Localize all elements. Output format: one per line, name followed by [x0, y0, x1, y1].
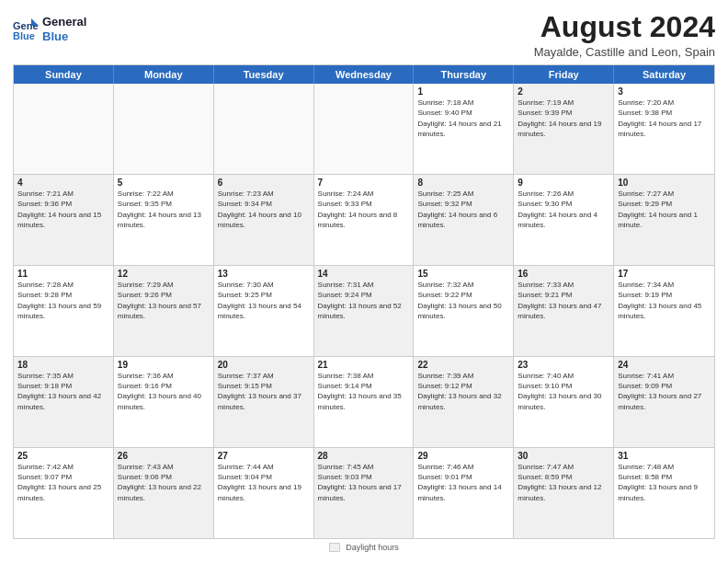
- cal-cell-1-1: 5Sunrise: 7:22 AMSunset: 9:35 PMDaylight…: [114, 175, 214, 265]
- legend-label: Daylight hours: [346, 543, 399, 552]
- day-num: 16: [518, 269, 609, 279]
- logo-text-line1: General: [42, 15, 86, 29]
- day-num: 19: [118, 360, 210, 370]
- cell-text: Sunrise: 7:36 AMSunset: 9:16 PMDaylight:…: [118, 371, 210, 412]
- dow-wednesday: Wednesday: [314, 65, 415, 84]
- dow-friday: Friday: [514, 65, 614, 84]
- cell-text: Sunrise: 7:39 AMSunset: 9:12 PMDaylight:…: [417, 371, 509, 412]
- cell-text: Sunrise: 7:45 AMSunset: 9:03 PMDaylight:…: [318, 462, 410, 503]
- logo-icon: General Blue: [13, 17, 39, 42]
- cal-cell-4-6: 31Sunrise: 7:48 AMSunset: 8:58 PMDayligh…: [614, 448, 714, 538]
- cell-text: Sunrise: 7:30 AMSunset: 9:25 PMDaylight:…: [218, 280, 310, 321]
- day-num: 17: [618, 269, 711, 279]
- cell-text: Sunrise: 7:44 AMSunset: 9:04 PMDaylight:…: [218, 462, 310, 503]
- day-num: 11: [17, 269, 109, 279]
- cell-text: Sunrise: 7:33 AMSunset: 9:21 PMDaylight:…: [518, 280, 609, 321]
- cal-cell-1-6: 10Sunrise: 7:27 AMSunset: 9:29 PMDayligh…: [614, 175, 714, 265]
- day-num: 15: [417, 269, 509, 279]
- cal-cell-0-6: 3Sunrise: 7:20 AMSunset: 9:38 PMDaylight…: [614, 84, 714, 174]
- cal-cell-4-4: 29Sunrise: 7:46 AMSunset: 9:01 PMDayligh…: [414, 448, 514, 538]
- dow-thursday: Thursday: [414, 65, 514, 84]
- cal-cell-4-0: 25Sunrise: 7:42 AMSunset: 9:07 PMDayligh…: [14, 448, 114, 538]
- cal-row-4: 25Sunrise: 7:42 AMSunset: 9:07 PMDayligh…: [14, 448, 714, 538]
- cal-cell-0-4: 1Sunrise: 7:18 AMSunset: 9:40 PMDaylight…: [414, 84, 514, 174]
- cal-row-0: 1Sunrise: 7:18 AMSunset: 9:40 PMDaylight…: [14, 84, 714, 175]
- cell-text: Sunrise: 7:27 AMSunset: 9:29 PMDaylight:…: [618, 189, 711, 230]
- cal-cell-4-3: 28Sunrise: 7:45 AMSunset: 9:03 PMDayligh…: [314, 448, 415, 538]
- calendar-body: 1Sunrise: 7:18 AMSunset: 9:40 PMDaylight…: [14, 84, 714, 538]
- day-num: 8: [417, 178, 509, 188]
- day-num: 14: [318, 269, 410, 279]
- cell-text: Sunrise: 7:19 AMSunset: 9:39 PMDaylight:…: [518, 98, 609, 139]
- dow-tuesday: Tuesday: [214, 65, 314, 84]
- cal-cell-3-2: 20Sunrise: 7:37 AMSunset: 9:15 PMDayligh…: [214, 357, 314, 447]
- cal-cell-2-1: 12Sunrise: 7:29 AMSunset: 9:26 PMDayligh…: [114, 266, 214, 356]
- cal-cell-0-1: [114, 84, 214, 174]
- day-num: 12: [118, 269, 210, 279]
- cal-cell-3-5: 23Sunrise: 7:40 AMSunset: 9:10 PMDayligh…: [514, 357, 614, 447]
- cell-text: Sunrise: 7:32 AMSunset: 9:22 PMDaylight:…: [417, 280, 509, 321]
- cell-text: Sunrise: 7:42 AMSunset: 9:07 PMDaylight:…: [17, 462, 109, 503]
- cell-text: Sunrise: 7:21 AMSunset: 9:36 PMDaylight:…: [17, 189, 109, 230]
- cal-cell-3-6: 24Sunrise: 7:41 AMSunset: 9:09 PMDayligh…: [614, 357, 714, 447]
- cal-cell-1-4: 8Sunrise: 7:25 AMSunset: 9:32 PMDaylight…: [414, 175, 514, 265]
- cal-cell-4-5: 30Sunrise: 7:47 AMSunset: 8:59 PMDayligh…: [514, 448, 614, 538]
- day-num: 29: [417, 451, 509, 461]
- cell-text: Sunrise: 7:25 AMSunset: 9:32 PMDaylight:…: [417, 189, 509, 230]
- cell-text: Sunrise: 7:41 AMSunset: 9:09 PMDaylight:…: [618, 371, 711, 412]
- cal-cell-2-6: 17Sunrise: 7:34 AMSunset: 9:19 PMDayligh…: [614, 266, 714, 356]
- cal-cell-4-2: 27Sunrise: 7:44 AMSunset: 9:04 PMDayligh…: [214, 448, 314, 538]
- day-num: 30: [518, 451, 609, 461]
- cal-cell-0-0: [14, 84, 114, 174]
- cal-cell-1-2: 6Sunrise: 7:23 AMSunset: 9:34 PMDaylight…: [214, 175, 314, 265]
- cal-cell-0-5: 2Sunrise: 7:19 AMSunset: 9:39 PMDaylight…: [514, 84, 614, 174]
- cal-cell-4-1: 26Sunrise: 7:43 AMSunset: 9:06 PMDayligh…: [114, 448, 214, 538]
- day-num: 31: [618, 451, 711, 461]
- calendar-header: Sunday Monday Tuesday Wednesday Thursday…: [14, 65, 714, 84]
- header: General Blue General Blue August 2024 Ma…: [13, 11, 715, 59]
- cal-cell-2-2: 13Sunrise: 7:30 AMSunset: 9:25 PMDayligh…: [214, 266, 314, 356]
- cal-cell-3-0: 18Sunrise: 7:35 AMSunset: 9:18 PMDayligh…: [14, 357, 114, 447]
- cell-text: Sunrise: 7:31 AMSunset: 9:24 PMDaylight:…: [318, 280, 410, 321]
- cell-text: Sunrise: 7:22 AMSunset: 9:35 PMDaylight:…: [118, 189, 210, 230]
- svg-text:Blue: Blue: [13, 30, 35, 41]
- calendar: Sunday Monday Tuesday Wednesday Thursday…: [13, 64, 715, 539]
- cal-row-3: 18Sunrise: 7:35 AMSunset: 9:18 PMDayligh…: [14, 357, 714, 448]
- cell-text: Sunrise: 7:37 AMSunset: 9:15 PMDaylight:…: [218, 371, 310, 412]
- day-num: 24: [618, 360, 711, 370]
- cell-text: Sunrise: 7:29 AMSunset: 9:26 PMDaylight:…: [118, 280, 210, 321]
- day-num: 5: [118, 178, 210, 188]
- day-num: 27: [218, 451, 310, 461]
- day-num: 4: [17, 178, 109, 188]
- legend: Daylight hours: [13, 543, 715, 552]
- day-num: 10: [618, 178, 711, 188]
- day-num: 20: [218, 360, 310, 370]
- day-num: 2: [518, 86, 609, 97]
- cal-cell-3-4: 22Sunrise: 7:39 AMSunset: 9:12 PMDayligh…: [414, 357, 514, 447]
- day-num: 7: [318, 178, 410, 188]
- day-num: 9: [518, 178, 609, 188]
- day-num: 6: [218, 178, 310, 188]
- day-num: 13: [218, 269, 310, 279]
- cal-cell-3-3: 21Sunrise: 7:38 AMSunset: 9:14 PMDayligh…: [314, 357, 415, 447]
- day-num: 1: [417, 86, 509, 97]
- day-num: 26: [118, 451, 210, 461]
- day-num: 28: [318, 451, 410, 461]
- location-subtitle: Mayalde, Castille and Leon, Spain: [534, 45, 715, 59]
- dow-monday: Monday: [114, 65, 214, 84]
- cell-text: Sunrise: 7:23 AMSunset: 9:34 PMDaylight:…: [218, 189, 310, 230]
- cell-text: Sunrise: 7:26 AMSunset: 9:30 PMDaylight:…: [518, 189, 609, 230]
- cell-text: Sunrise: 7:48 AMSunset: 8:58 PMDaylight:…: [618, 462, 711, 503]
- title-block: August 2024 Mayalde, Castille and Leon, …: [534, 11, 715, 59]
- cell-text: Sunrise: 7:46 AMSunset: 9:01 PMDaylight:…: [417, 462, 509, 503]
- cell-text: Sunrise: 7:24 AMSunset: 9:33 PMDaylight:…: [318, 189, 410, 230]
- cell-text: Sunrise: 7:28 AMSunset: 9:28 PMDaylight:…: [17, 280, 109, 321]
- legend-shaded-box: [329, 543, 340, 552]
- cal-cell-1-0: 4Sunrise: 7:21 AMSunset: 9:36 PMDaylight…: [14, 175, 114, 265]
- cell-text: Sunrise: 7:34 AMSunset: 9:19 PMDaylight:…: [618, 280, 711, 321]
- cell-text: Sunrise: 7:18 AMSunset: 9:40 PMDaylight:…: [417, 98, 509, 139]
- day-num: 23: [518, 360, 609, 370]
- cell-text: Sunrise: 7:43 AMSunset: 9:06 PMDaylight:…: [118, 462, 210, 503]
- cell-text: Sunrise: 7:35 AMSunset: 9:18 PMDaylight:…: [17, 371, 109, 412]
- cell-text: Sunrise: 7:20 AMSunset: 9:38 PMDaylight:…: [618, 98, 711, 139]
